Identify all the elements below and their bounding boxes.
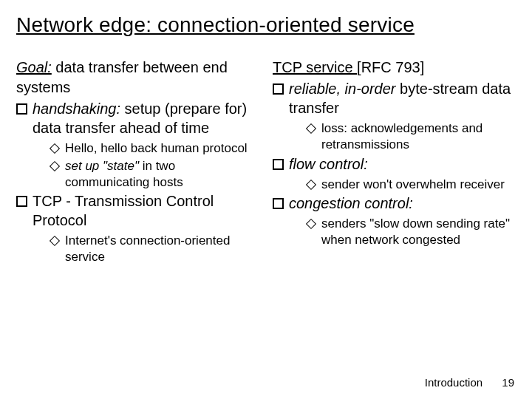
bullet-reliable: reliable, in-order byte-stream data tran… (273, 79, 516, 153)
reliable-sub: loss: acknowledgements and retransmissio… (289, 120, 516, 153)
slide-title: Network edge: connection-oriented servic… (16, 13, 516, 37)
footer-label: Introduction (425, 376, 482, 389)
sub-loss: loss: acknowledgements and retransmissio… (305, 120, 516, 153)
handshaking-sub: Hello, hello back human protocol set up … (33, 140, 259, 190)
bullet-tcp: TCP - Transmission Control Protocol Inte… (16, 191, 259, 265)
flow-sub: sender won't overwhelm receiver (289, 177, 516, 193)
sub-sender-overwhelm: sender won't overwhelm receiver (305, 177, 516, 193)
handshaking-term: handshaking: (33, 100, 120, 117)
content-columns: Goal: data transfer between end systems … (16, 58, 516, 265)
state-term: set up "state" (65, 159, 139, 173)
slide-footer: Introduction 19 (425, 376, 514, 389)
sub-slow-down: senders "slow down sending rate" when ne… (305, 216, 516, 248)
reliable-term: reliable, in-order (289, 81, 396, 97)
tcp-text: TCP - Transmission Control Protocol (33, 193, 214, 228)
right-column: TCP service [RFC 793] reliable, in-order… (273, 58, 516, 265)
sub-state: set up "state" in two communicating host… (49, 158, 259, 191)
page-number: 19 (502, 376, 514, 389)
congestion-sub: senders "slow down sending rate" when ne… (289, 216, 516, 248)
tcp-service-label: TCP service (273, 59, 357, 75)
tcp-service-heading: TCP service [RFC 793] (273, 58, 516, 78)
bullet-congestion: congestion control: senders "slow down s… (273, 194, 516, 248)
tcp-rfc: [RFC 793] (357, 59, 424, 75)
left-bullets: handshaking: setup (prepare for) data tr… (16, 99, 259, 265)
sub-internet-service: Internet's connection-oriented service (49, 233, 259, 265)
tcp-sub: Internet's connection-oriented service (33, 233, 259, 265)
bullet-flow: flow control: sender won't overwhelm rec… (273, 154, 516, 193)
flow-term: flow control: (289, 156, 368, 172)
right-bullets: reliable, in-order byte-stream data tran… (273, 79, 516, 248)
goal-line: Goal: data transfer between end systems (16, 58, 259, 98)
sub-hello: Hello, hello back human protocol (49, 140, 259, 157)
congestion-term: congestion control: (289, 195, 413, 211)
bullet-handshaking: handshaking: setup (prepare for) data tr… (16, 99, 259, 190)
goal-label: Goal: (16, 59, 52, 75)
left-column: Goal: data transfer between end systems … (16, 58, 259, 265)
